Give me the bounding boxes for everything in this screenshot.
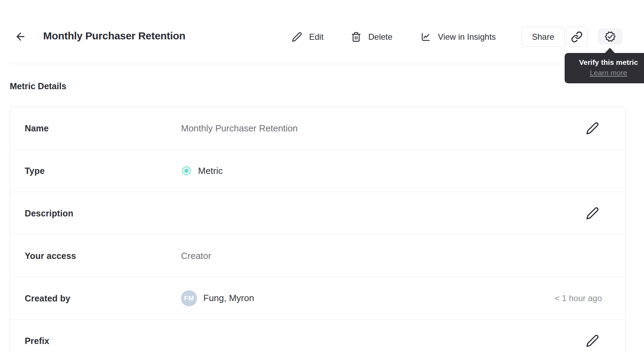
detail-row-created-by: Created by FM Fung, Myron < 1 hour ago [10, 277, 625, 320]
row-label: Description [25, 208, 73, 218]
type-value-label: Metric [198, 165, 223, 176]
row-label: Prefix [25, 336, 49, 346]
edit-name-button[interactable] [586, 122, 599, 135]
arrow-left-icon [15, 31, 26, 43]
pencil-icon [292, 32, 302, 42]
delete-button[interactable]: Delete [351, 31, 392, 43]
view-in-insights-label: View in Insights [438, 32, 496, 42]
page-title: Monthly Purchaser Retention [43, 30, 186, 42]
verified-badge-icon [604, 30, 616, 43]
tooltip-arrow [605, 48, 615, 53]
line-chart-icon [421, 32, 431, 42]
row-label: Your access [25, 251, 76, 261]
view-in-insights-button[interactable]: View in Insights [421, 31, 496, 43]
pencil-icon [586, 122, 599, 135]
created-by-value: FM Fung, Myron [181, 290, 254, 306]
verify-metric-button[interactable] [598, 28, 622, 45]
row-label: Type [25, 166, 45, 176]
detail-row-prefix: Prefix [10, 320, 625, 352]
edit-button[interactable]: Edit [292, 31, 323, 43]
metric-details-card: Name Monthly Purchaser Retention Type [10, 107, 626, 352]
detail-row-description: Description [10, 192, 625, 235]
avatar: FM [181, 290, 197, 306]
row-label: Name [25, 123, 49, 133]
metric-hexagon-icon [181, 165, 192, 176]
trash-icon [351, 32, 361, 42]
detail-row-name: Name Monthly Purchaser Retention [10, 107, 625, 150]
section-title: Metric Details [10, 81, 66, 91]
header-divider [10, 64, 634, 64]
row-label: Created by [25, 293, 70, 303]
share-button[interactable]: Share [521, 27, 565, 47]
edit-description-button[interactable] [586, 207, 599, 220]
edit-prefix-button[interactable] [586, 334, 599, 347]
type-value: Metric [181, 165, 223, 176]
link-icon [571, 31, 583, 43]
back-button[interactable] [15, 31, 26, 43]
detail-row-type: Type Metric [10, 150, 625, 192]
delete-button-label: Delete [368, 32, 392, 42]
copy-link-button[interactable] [566, 27, 588, 47]
verify-tooltip: Verify this metric Learn more [565, 53, 644, 83]
pencil-icon [586, 207, 599, 220]
edit-button-label: Edit [309, 32, 323, 42]
created-timestamp: < 1 hour ago [555, 293, 602, 303]
pencil-icon [586, 334, 599, 347]
detail-row-your-access: Your access Creator [10, 235, 625, 277]
created-by-name: Fung, Myron [203, 293, 254, 304]
tooltip-title: Verify this metric [571, 58, 644, 67]
learn-more-link[interactable]: Learn more [590, 68, 627, 78]
access-value: Creator [181, 250, 211, 261]
name-value: Monthly Purchaser Retention [181, 123, 298, 133]
